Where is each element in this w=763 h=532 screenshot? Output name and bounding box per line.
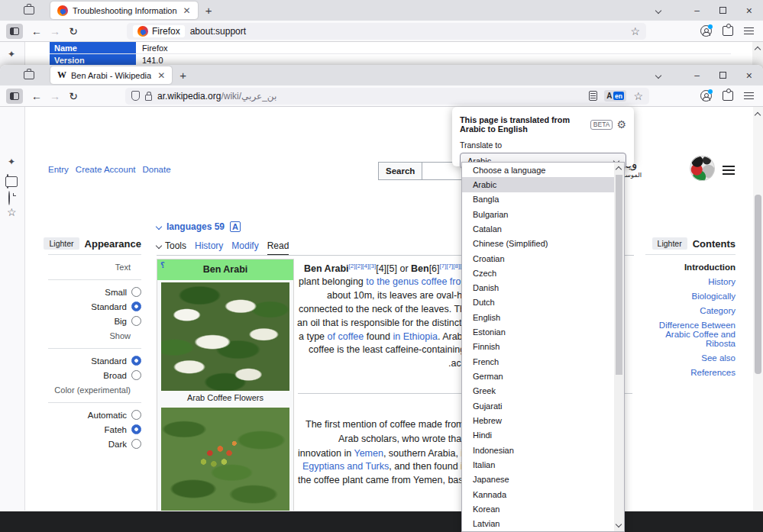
tab-list-chevron-icon[interactable] bbox=[655, 7, 661, 13]
sidebar-toggle-button[interactable] bbox=[6, 24, 23, 39]
close-button[interactable]: × bbox=[746, 69, 752, 82]
fg-new-tab-button[interactable]: + bbox=[172, 69, 194, 82]
maximize-button[interactable] bbox=[719, 7, 726, 14]
language-option[interactable]: Danish bbox=[462, 281, 614, 295]
reader-mode-icon[interactable] bbox=[589, 91, 597, 101]
page-tab-modify[interactable]: Modify bbox=[231, 240, 258, 251]
scroll-up-icon[interactable] bbox=[616, 166, 622, 172]
language-option[interactable]: Arabic bbox=[462, 177, 614, 192]
article-link[interactable]: Egyptians and Turks bbox=[302, 461, 389, 472]
bg-active-tab[interactable]: Troubleshooting Information ✕ bbox=[50, 2, 198, 19]
page-scrollbar[interactable] bbox=[753, 107, 763, 511]
toolbox-icon[interactable] bbox=[24, 71, 34, 79]
article-link[interactable]: Yemen bbox=[354, 448, 383, 459]
contents-pin-button[interactable]: Lighter bbox=[652, 237, 687, 250]
language-option[interactable]: German bbox=[462, 369, 614, 383]
page-tab-tools[interactable]: Tools bbox=[157, 240, 186, 251]
scroll-up-icon[interactable] bbox=[755, 47, 761, 53]
language-option[interactable]: Italian bbox=[462, 457, 614, 472]
top-link[interactable]: Entry bbox=[48, 165, 69, 174]
top-link[interactable]: Create Account bbox=[76, 165, 136, 174]
bookmark-star-icon[interactable]: ☆ bbox=[630, 26, 640, 37]
tracking-shield-icon[interactable] bbox=[131, 91, 140, 101]
radio-option[interactable]: Dark bbox=[48, 437, 141, 451]
reload-button[interactable]: ↻ bbox=[64, 90, 82, 102]
bookmarks-star-icon[interactable]: ☆ bbox=[7, 207, 17, 218]
radio-button[interactable] bbox=[131, 410, 141, 420]
language-option[interactable]: Croatian bbox=[462, 251, 614, 266]
page-tab-history[interactable]: History bbox=[195, 240, 223, 251]
radio-option[interactable]: Fateh bbox=[48, 422, 141, 437]
sparkle-icon[interactable] bbox=[7, 157, 18, 168]
toolbox-icon[interactable] bbox=[24, 6, 34, 15]
history-clock-icon[interactable] bbox=[8, 191, 10, 205]
toc-item[interactable]: History bbox=[645, 274, 736, 289]
tab-close-icon[interactable]: ✕ bbox=[182, 5, 192, 16]
radio-option[interactable]: Standard bbox=[48, 299, 141, 314]
menu-icon[interactable] bbox=[744, 90, 754, 102]
sidebar-toggle-button[interactable] bbox=[6, 89, 23, 104]
coffee-fruits-image[interactable] bbox=[161, 408, 289, 511]
language-option[interactable]: Bangla bbox=[462, 192, 614, 207]
language-option[interactable]: Czech bbox=[462, 266, 614, 280]
help-mark[interactable]: ؟ bbox=[160, 261, 165, 269]
radio-button[interactable] bbox=[131, 439, 141, 449]
radio-option[interactable]: Small bbox=[48, 285, 141, 299]
forward-button[interactable]: → bbox=[46, 25, 64, 37]
translate-button[interactable]: A en bbox=[604, 90, 626, 102]
fg-active-tab[interactable]: W Ben Arabi - Wikipedia ✕ bbox=[50, 66, 172, 84]
sparkle-icon[interactable] bbox=[7, 50, 18, 60]
language-option[interactable]: Choose a language bbox=[462, 163, 614, 177]
radio-button[interactable] bbox=[131, 370, 141, 380]
account-icon[interactable] bbox=[700, 25, 712, 37]
radio-button[interactable] bbox=[131, 316, 141, 326]
back-button[interactable]: ← bbox=[27, 90, 46, 102]
language-option[interactable]: Latvian bbox=[462, 517, 614, 531]
language-option[interactable]: French bbox=[462, 354, 614, 369]
bookmark-star-icon[interactable]: ☆ bbox=[633, 91, 643, 102]
language-option[interactable]: Hindi bbox=[462, 428, 614, 443]
scroll-down-icon[interactable] bbox=[616, 521, 622, 527]
lock-icon[interactable] bbox=[145, 95, 152, 101]
scrollbar-thumb[interactable] bbox=[616, 175, 622, 375]
tab-list-chevron-icon[interactable] bbox=[655, 72, 661, 78]
radio-button[interactable] bbox=[131, 301, 141, 311]
language-option[interactable]: English bbox=[462, 310, 614, 324]
radio-option[interactable]: Standard bbox=[48, 353, 141, 368]
language-option[interactable]: Chinese (Simplified) bbox=[462, 237, 614, 251]
account-icon[interactable] bbox=[700, 90, 712, 102]
coffee-flowers-image[interactable] bbox=[161, 282, 289, 391]
languages-dropdown[interactable]: languages 59 A bbox=[157, 221, 241, 232]
appearance-pin-button[interactable]: Lighter bbox=[44, 237, 79, 250]
language-option[interactable]: Hebrew bbox=[462, 413, 614, 427]
dropdown-scrollbar[interactable] bbox=[614, 163, 624, 531]
language-option[interactable]: Indonesian bbox=[462, 443, 614, 457]
language-option[interactable]: Estonian bbox=[462, 324, 614, 339]
toc-item[interactable]: Biologically bbox=[645, 289, 736, 303]
top-link[interactable]: Donate bbox=[142, 165, 170, 174]
bg-scrollbar[interactable] bbox=[752, 42, 763, 68]
language-option[interactable]: Dutch bbox=[462, 295, 614, 310]
panels-icon[interactable] bbox=[7, 174, 8, 189]
article-link[interactable]: in Ethiopia bbox=[393, 331, 438, 342]
wiki-menu-icon[interactable] bbox=[723, 163, 735, 177]
extensions-icon[interactable] bbox=[723, 26, 733, 36]
toc-item[interactable]: Category bbox=[645, 303, 736, 318]
article-link[interactable]: of coffee bbox=[328, 331, 364, 342]
toc-item[interactable]: See also bbox=[645, 350, 736, 365]
radio-option[interactable]: Big bbox=[48, 314, 141, 328]
forward-button[interactable]: → bbox=[46, 90, 64, 102]
tab-close-icon[interactable]: ✕ bbox=[156, 70, 167, 81]
fg-url-bar[interactable]: ar.wikipedia.org/wiki/بن_عربي A en ☆ bbox=[125, 88, 649, 105]
bg-new-tab-button[interactable]: + bbox=[198, 4, 220, 17]
language-option[interactable]: Catalan bbox=[462, 221, 614, 236]
taskbar[interactable] bbox=[0, 511, 763, 532]
language-option[interactable]: Kannada bbox=[462, 487, 614, 501]
reload-button[interactable]: ↻ bbox=[64, 25, 82, 37]
toc-item[interactable]: Introduction bbox=[645, 260, 736, 274]
radio-button[interactable] bbox=[131, 356, 141, 366]
page-tab-read[interactable]: Read bbox=[267, 240, 289, 251]
radio-option[interactable]: Broad bbox=[48, 368, 141, 382]
radio-option[interactable]: Automatic bbox=[48, 408, 141, 422]
language-option[interactable]: Bulgarian bbox=[462, 207, 614, 221]
